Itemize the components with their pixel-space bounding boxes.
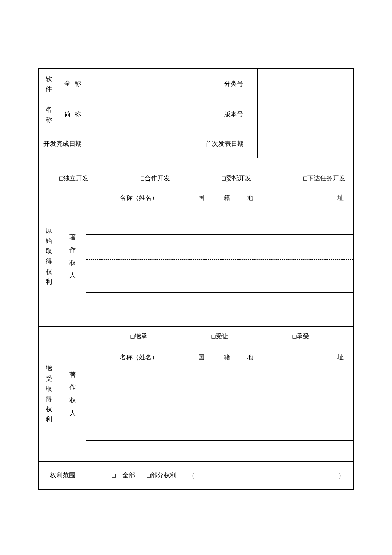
- orig-col-nationality: 国籍: [191, 186, 237, 210]
- succ-type-row: □继承 □受让 □承受: [86, 327, 353, 347]
- orig-row-address[interactable]: [237, 293, 353, 326]
- successor-rights-section: 继受取得权利 著作权人 □继承 □受让 □承受: [39, 327, 353, 462]
- succ-col-name: 名称（姓名）: [86, 347, 191, 368]
- class-no-value[interactable]: [258, 69, 353, 99]
- succ-row-address[interactable]: [237, 368, 353, 391]
- orig-row-name[interactable]: [86, 235, 191, 259]
- checkbox-transfer[interactable]: □受让: [211, 332, 228, 341]
- software-name-group-lower: 名称: [39, 99, 59, 130]
- orig-row-address[interactable]: [237, 235, 353, 259]
- succ-row-name[interactable]: [86, 441, 191, 461]
- short-name-value[interactable]: [86, 99, 210, 130]
- orig-row-name[interactable]: [86, 260, 191, 292]
- full-name-value[interactable]: [86, 69, 210, 99]
- succ-row-address[interactable]: [237, 441, 353, 461]
- version-value[interactable]: [258, 99, 353, 130]
- orig-row-nationality[interactable]: [191, 293, 237, 326]
- software-name-group-upper: 软件: [39, 69, 59, 99]
- orig-col-address: 地址: [237, 186, 353, 210]
- orig-row-address[interactable]: [237, 210, 353, 234]
- succ-row-address[interactable]: [237, 414, 353, 440]
- dev-complete-date-label: 开发完成日期: [39, 130, 86, 158]
- succ-row-address[interactable]: [237, 391, 353, 414]
- succ-row-name[interactable]: [86, 414, 191, 440]
- version-label: 版本号: [210, 99, 258, 130]
- orig-row-address[interactable]: [237, 260, 353, 292]
- paren-open: （: [188, 471, 195, 480]
- short-name-label: 简称: [59, 99, 86, 130]
- full-name-label: 全称: [59, 69, 86, 99]
- orig-row-nationality[interactable]: [191, 235, 237, 259]
- succ-col-nationality: 国籍: [191, 347, 237, 368]
- dev-complete-date-value[interactable]: [86, 130, 191, 158]
- checkbox-independent[interactable]: □独立开发: [59, 174, 89, 182]
- orig-col-name: 名称（姓名）: [86, 186, 191, 210]
- succ-row-nationality[interactable]: [191, 441, 237, 461]
- dev-mode-row: □独立开发 □合作开发 □委托开发 □下达任务开发: [39, 158, 353, 186]
- orig-row-nationality[interactable]: [191, 210, 237, 234]
- orig-row-name[interactable]: [86, 293, 191, 326]
- registration-form: 软件 全称 分类号 // handled by generic binder b…: [38, 68, 354, 490]
- succ-row-nationality[interactable]: [191, 414, 237, 440]
- checkbox-scope-all[interactable]: □ 全部: [112, 471, 135, 480]
- succ-row-name[interactable]: [86, 368, 191, 391]
- scope-label: 权利范围: [39, 462, 86, 489]
- original-rights-section: 原始取得权利 著作权人 名称（姓名） 国籍 地址: [39, 186, 353, 327]
- orig-row-nationality[interactable]: [191, 260, 237, 292]
- first-publish-date-label: 首次发表日期: [191, 130, 258, 158]
- class-no-label: 分类号: [210, 69, 258, 99]
- first-publish-date-value[interactable]: [258, 130, 353, 158]
- original-section-label: 原始取得权利: [39, 186, 59, 326]
- original-holder-label: 著作权人: [59, 186, 86, 326]
- checkbox-cooperative[interactable]: □合作开发: [141, 174, 170, 182]
- successor-holder-label: 著作权人: [59, 327, 86, 461]
- paren-close: ）: [338, 471, 345, 480]
- checkbox-inherit[interactable]: □继承: [130, 332, 147, 341]
- successor-section-label: 继受取得权利: [39, 327, 59, 461]
- checkbox-scope-partial[interactable]: □部分权利: [147, 471, 176, 480]
- checkbox-entrusted[interactable]: □委托开发: [222, 174, 251, 182]
- checkbox-bear[interactable]: □承受: [292, 332, 309, 341]
- orig-row-name[interactable]: [86, 210, 191, 234]
- succ-col-address: 地址: [237, 347, 353, 368]
- checkbox-assigned[interactable]: □下达任务开发: [303, 174, 346, 182]
- scope-content: □ 全部 □部分权利 （ ）: [86, 462, 353, 489]
- succ-row-nationality[interactable]: [191, 368, 237, 391]
- succ-row-name[interactable]: [86, 391, 191, 414]
- succ-row-nationality[interactable]: [191, 391, 237, 414]
